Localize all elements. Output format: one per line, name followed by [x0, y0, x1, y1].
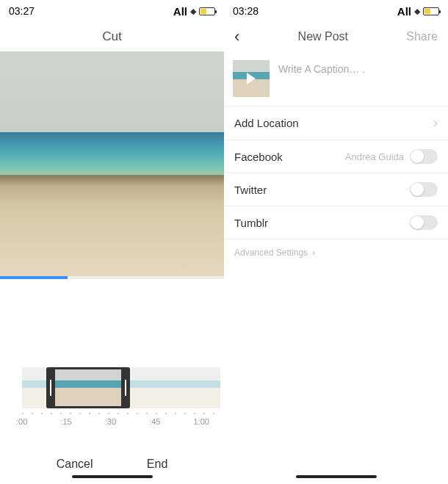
tumblr-row: Tumblr — [224, 206, 448, 239]
timeline-thumb — [22, 367, 55, 408]
play-icon — [247, 73, 256, 84]
caption-input[interactable]: Write A Caption… . — [278, 60, 365, 97]
add-location-row[interactable]: Add Location › — [224, 106, 448, 140]
status-time: 03:28 — [233, 5, 259, 17]
status-time: 03:27 — [9, 5, 35, 17]
advanced-settings-link[interactable]: Advanced Settings › — [224, 239, 448, 265]
back-button[interactable]: ‹ — [234, 27, 239, 46]
timeline-thumb — [121, 367, 154, 408]
home-indicator[interactable] — [72, 475, 153, 478]
tick-marks — [22, 413, 217, 414]
time-label: :45 — [149, 417, 160, 426]
carrier-label: All — [397, 5, 411, 18]
tumblr-toggle[interactable] — [410, 215, 438, 230]
timeline-thumb — [154, 367, 187, 408]
new-post-screen: 03:28 All ◆ ‹ New Post Share Write A Cap… — [224, 0, 448, 484]
time-label: 1:00 — [194, 417, 209, 426]
time-label: :30 — [105, 417, 116, 426]
share-button[interactable]: Share — [406, 30, 438, 43]
battery-icon — [199, 7, 215, 15]
video-preview[interactable] — [0, 51, 224, 279]
cancel-button[interactable]: Cancel — [57, 458, 93, 471]
time-label: :15 — [60, 417, 71, 426]
page-title: Cut — [102, 29, 121, 44]
wifi-icon: ◆ — [190, 7, 196, 16]
row-label: Add Location — [234, 117, 299, 129]
timeline-thumb — [187, 367, 220, 408]
caption-row: Write A Caption… . — [224, 51, 448, 106]
cut-screen: 03:27 All ◆ Cut — [0, 0, 224, 484]
nav-bar: ‹ New Post Share — [224, 22, 448, 51]
status-right: All ◆ — [397, 5, 439, 18]
timeline-thumb — [55, 367, 88, 408]
wifi-icon: ◆ — [414, 7, 420, 16]
time-labels: :00 :15 :30 :45 1:00 — [16, 417, 217, 426]
page-title: New Post — [298, 30, 348, 43]
row-label: Twitter — [234, 184, 267, 196]
chevron-right-icon: › — [312, 247, 315, 258]
playback-progress[interactable] — [0, 276, 68, 279]
twitter-toggle[interactable] — [410, 182, 438, 197]
home-indicator[interactable] — [296, 475, 377, 478]
carrier-label: All — [173, 5, 187, 18]
battery-icon — [423, 7, 439, 15]
twitter-row: Twitter — [224, 173, 448, 206]
advanced-label: Advanced Settings — [234, 248, 308, 258]
status-right: All ◆ — [173, 5, 215, 18]
timeline-thumb — [88, 367, 121, 408]
chevron-right-icon: › — [433, 115, 438, 131]
video-thumbnail[interactable] — [233, 60, 270, 97]
status-bar: 03:27 All ◆ — [0, 0, 224, 22]
row-label: Tumblr — [234, 217, 268, 229]
facebook-username: Andrea Guida — [345, 151, 404, 162]
row-label: Facebook — [234, 151, 283, 163]
bottom-actions: Cancel End — [0, 458, 224, 471]
nav-bar: Cut — [0, 22, 224, 51]
facebook-toggle[interactable] — [410, 149, 438, 164]
end-button[interactable]: End — [147, 458, 167, 471]
status-bar: 03:28 All ◆ — [224, 0, 448, 22]
facebook-row: Facebook Andrea Guida — [224, 140, 448, 173]
time-label: :00 — [16, 417, 27, 426]
timeline[interactable]: :00 :15 :30 :45 1:00 — [0, 367, 224, 426]
